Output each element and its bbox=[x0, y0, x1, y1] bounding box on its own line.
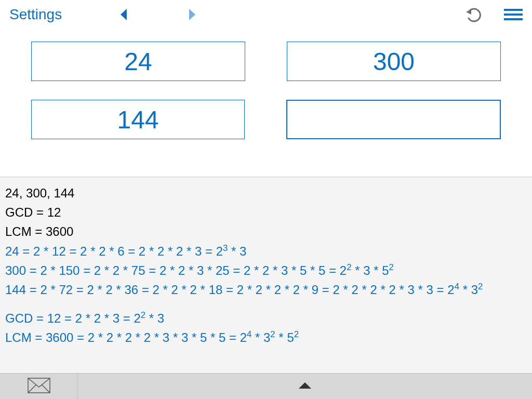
factorization-line: 144 = 2 * 72 = 2 * 2 * 36 = 2 * 2 * 2 * … bbox=[5, 280, 527, 299]
lcm-detail: LCM = 3600 = 2 * 2 * 2 * 2 * 3 * 3 * 5 *… bbox=[5, 328, 527, 347]
undo-icon[interactable] bbox=[464, 6, 482, 23]
number-input-2[interactable]: 300 bbox=[287, 42, 501, 81]
svg-marker-4 bbox=[299, 382, 311, 389]
gcd-summary: GCD = 12 bbox=[5, 203, 527, 222]
factorization-line: 300 = 2 * 150 = 2 * 2 * 75 = 2 * 2 * 3 *… bbox=[5, 261, 527, 280]
number-input-3[interactable]: 144 bbox=[31, 100, 245, 139]
mail-button[interactable] bbox=[0, 374, 78, 399]
settings-link[interactable]: Settings bbox=[9, 6, 62, 23]
number-input-4[interactable] bbox=[286, 100, 501, 139]
input-summary: 24, 300, 144 bbox=[5, 183, 527, 203]
results-panel: 24, 300, 144 GCD = 12 LCM = 3600 24 = 2 … bbox=[0, 177, 532, 373]
inputs-area: 24 300 144 bbox=[0, 29, 532, 177]
chevron-up-icon bbox=[298, 381, 312, 392]
menu-icon[interactable] bbox=[504, 9, 523, 20]
previous-icon[interactable] bbox=[115, 5, 134, 24]
topbar: Settings bbox=[0, 0, 532, 29]
gcd-detail: GCD = 12 = 2 * 2 * 3 = 22 * 3 bbox=[5, 309, 527, 328]
svg-marker-1 bbox=[189, 9, 195, 20]
lcm-summary: LCM = 3600 bbox=[5, 222, 527, 241]
bottombar bbox=[0, 373, 532, 399]
expand-panel-button[interactable] bbox=[78, 374, 532, 399]
next-icon[interactable] bbox=[182, 5, 201, 24]
number-input-1[interactable]: 24 bbox=[31, 42, 245, 81]
svg-marker-0 bbox=[121, 9, 127, 20]
svg-marker-2 bbox=[466, 9, 471, 15]
factorization-line: 24 = 2 * 12 = 2 * 2 * 6 = 2 * 2 * 2 * 3 … bbox=[5, 242, 527, 261]
mail-icon bbox=[28, 378, 50, 395]
